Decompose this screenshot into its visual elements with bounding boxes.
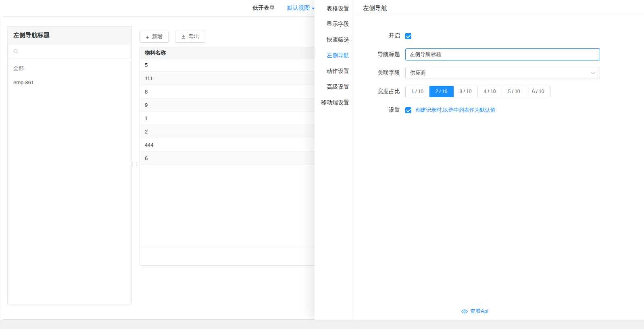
drawer-content: 左侧导航 开启 导航标题 关联字段 供应商 宽度占比 bbox=[353, 0, 644, 320]
menu-item-left-nav[interactable]: 左侧导航 bbox=[315, 48, 353, 63]
width-option-2-10[interactable]: 2 / 10 bbox=[429, 86, 454, 97]
menu-item-mobile-settings[interactable]: 移动端设置 bbox=[315, 95, 353, 110]
download-icon bbox=[181, 34, 186, 40]
menu-item-display-fields[interactable]: 显示字段 bbox=[315, 16, 353, 32]
width-option-5-10[interactable]: 5 / 10 bbox=[502, 86, 526, 97]
width-option-1-10[interactable]: 1 / 10 bbox=[405, 86, 429, 97]
eye-icon bbox=[461, 309, 468, 314]
menu-item-advanced-settings[interactable]: 高级设置 bbox=[315, 79, 353, 95]
left-nav-panel: 左侧导航标题 全部 emp-861 bbox=[7, 26, 132, 304]
settings-row: 设置 创建记录时,以选中列表作为默认值 bbox=[353, 106, 644, 115]
plus-icon: + bbox=[146, 34, 149, 40]
export-button[interactable]: 导出 bbox=[175, 31, 205, 43]
add-button-label: 新增 bbox=[152, 33, 163, 40]
settings-menu-title: 表格设置 bbox=[315, 1, 353, 16]
width-ratio-row: 宽度占比 1 / 10 2 / 10 3 / 10 4 / 10 5 / 10 … bbox=[353, 85, 644, 98]
left-nav-search-input[interactable] bbox=[22, 48, 126, 54]
width-ratio-group: 1 / 10 2 / 10 3 / 10 4 / 10 5 / 10 6 / 1… bbox=[405, 86, 550, 97]
enable-row: 开启 bbox=[353, 31, 644, 40]
tab-default-view[interactable]: 默认视图 ▾ bbox=[287, 4, 314, 12]
panel-resize-handle[interactable]: ⋮⋮ bbox=[130, 161, 138, 167]
related-field-select[interactable]: 供应商 bbox=[405, 67, 600, 79]
left-nav-title: 左侧导航标题 bbox=[8, 27, 131, 44]
menu-item-action-settings[interactable]: 动作设置 bbox=[315, 63, 353, 79]
tab-form-label: 低开表单 bbox=[252, 4, 275, 12]
tab-default-view-label: 默认视图 bbox=[287, 4, 310, 12]
caret-down-icon: ▾ bbox=[312, 6, 315, 10]
related-field-label: 关联字段 bbox=[353, 69, 400, 77]
related-field-row: 关联字段 供应商 bbox=[353, 67, 644, 79]
tab-form[interactable]: 低开表单 bbox=[252, 4, 275, 12]
left-nav-settings-form: 开启 导航标题 关联字段 供应商 宽度占比 1 / 10 bbox=[353, 31, 644, 115]
view-tabs: 低开表单 默认视图 ▾ bbox=[252, 0, 314, 16]
settings-default-value-link[interactable]: 创建记录时,以选中列表作为默认值 bbox=[415, 106, 496, 114]
nav-title-input[interactable] bbox=[405, 48, 600, 60]
left-nav-search-row bbox=[8, 44, 131, 59]
view-api-link[interactable]: 查看Api bbox=[461, 308, 488, 315]
related-field-value: 供应商 bbox=[410, 69, 426, 77]
width-ratio-label: 宽度占比 bbox=[353, 88, 400, 95]
nav-title-row: 导航标题 bbox=[353, 48, 644, 60]
view-api-label: 查看Api bbox=[470, 308, 488, 315]
menu-item-quick-filter[interactable]: 快速筛选 bbox=[315, 32, 353, 48]
left-nav-item-all[interactable]: 全部 bbox=[8, 61, 131, 76]
enable-checkbox[interactable] bbox=[405, 33, 411, 39]
drawer-panel-title: 左侧导航 bbox=[353, 0, 644, 16]
left-nav-item-list: 全部 emp-861 bbox=[8, 59, 131, 89]
settings-drawer: 表格设置 显示字段 快速筛选 左侧导航 动作设置 高级设置 移动端设置 左侧导航… bbox=[315, 0, 644, 320]
settings-label: 设置 bbox=[353, 106, 400, 114]
width-option-3-10[interactable]: 3 / 10 bbox=[454, 86, 478, 97]
width-option-6-10[interactable]: 6 / 10 bbox=[526, 86, 550, 97]
chevron-down-icon bbox=[591, 72, 595, 75]
width-option-4-10[interactable]: 4 / 10 bbox=[478, 86, 502, 97]
export-button-label: 导出 bbox=[189, 33, 199, 40]
add-button[interactable]: + 新增 bbox=[140, 31, 169, 43]
settings-checkbox[interactable] bbox=[405, 107, 411, 113]
left-nav-item-emp-861[interactable]: emp-861 bbox=[8, 76, 131, 89]
nav-title-label: 导航标题 bbox=[353, 51, 400, 58]
search-icon bbox=[13, 49, 19, 54]
enable-label: 开启 bbox=[353, 32, 400, 40]
bottom-strip bbox=[0, 320, 644, 329]
settings-menu: 表格设置 显示字段 快速筛选 左侧导航 动作设置 高级设置 移动端设置 bbox=[315, 0, 353, 320]
